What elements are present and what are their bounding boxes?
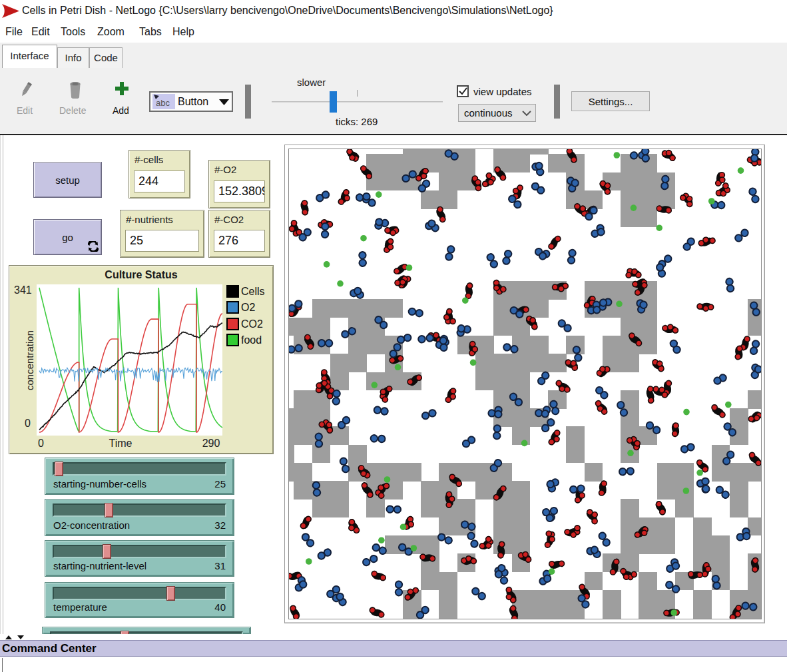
svg-text:Cells: Cells [241, 286, 265, 297]
svg-text:O2: O2 [241, 302, 255, 313]
svg-text:341: 341 [14, 284, 32, 296]
svg-text:Time: Time [109, 438, 132, 449]
svg-text:0: 0 [38, 438, 44, 449]
svg-text:CO2: CO2 [241, 318, 263, 330]
svg-text:290: 290 [202, 438, 220, 449]
svg-text:food: food [241, 334, 262, 346]
svg-text:0: 0 [25, 418, 31, 429]
svg-text:concentration: concentration [24, 330, 35, 390]
